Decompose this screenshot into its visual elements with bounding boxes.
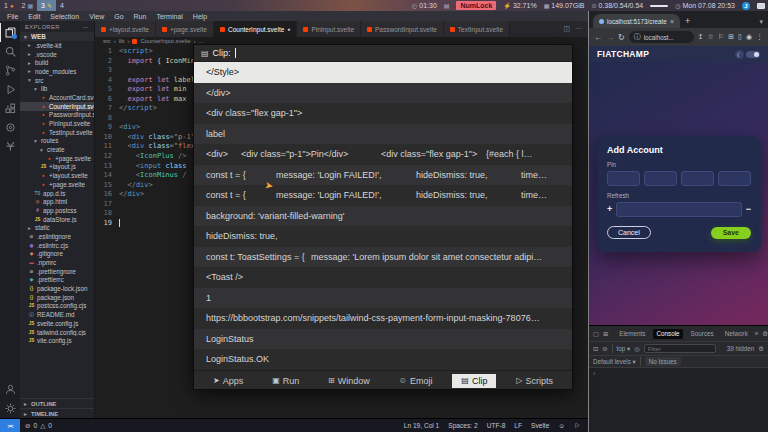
clear-console-icon[interactable]: ⊘ bbox=[602, 345, 607, 352]
site-info-icon[interactable]: ⓘ bbox=[634, 32, 641, 42]
workspace-3[interactable]: 3✎ bbox=[37, 0, 56, 11]
tree-item-TestInput.svelte[interactable]: ●TestInput.svelte bbox=[20, 128, 94, 137]
tree-item-README.md[interactable]: ⓘREADME.md bbox=[20, 310, 94, 319]
mode-window[interactable]: ⊞Window bbox=[319, 374, 379, 388]
panel-timeline[interactable]: ▸TIMELINE bbox=[20, 408, 95, 418]
breadcrumb-item[interactable]: src bbox=[103, 38, 111, 44]
tab-search-chevron-icon[interactable]: ▾ bbox=[759, 18, 768, 28]
indentation[interactable]: Spaces: 2 bbox=[448, 422, 477, 429]
device-toolbar-icon[interactable]: ⊞ bbox=[603, 330, 608, 337]
more-actions-icon[interactable]: ⋯ bbox=[83, 24, 89, 30]
tree-item-node_modules[interactable]: ▸node_modules bbox=[20, 67, 94, 76]
console-settings-gear-icon[interactable]: ⚙ bbox=[758, 345, 764, 352]
tree-item-dataStore.js[interactable]: JSdataStore.js bbox=[20, 215, 94, 224]
menu-selection[interactable]: Selection bbox=[45, 13, 84, 20]
address-bar[interactable]: ⓘ localhost... bbox=[629, 31, 694, 43]
browser-tab[interactable]: localhost:5173/create × bbox=[593, 14, 680, 28]
devtools-tab-sources[interactable]: Sources bbox=[688, 329, 717, 339]
console-output[interactable]: › bbox=[589, 367, 768, 432]
pin-input-box-1[interactable] bbox=[607, 171, 640, 186]
devtools-tab-network[interactable]: Network bbox=[722, 329, 751, 339]
more-actions-icon[interactable]: ⋯ bbox=[575, 25, 582, 33]
split-editor-icon[interactable]: ◫ bbox=[563, 25, 570, 33]
search-icon[interactable] bbox=[0, 42, 20, 61]
pin-input-box-3[interactable] bbox=[681, 171, 714, 186]
menu-view[interactable]: View bbox=[84, 13, 109, 20]
clip-item[interactable]: LoginStatus.OK bbox=[194, 349, 572, 370]
reload-icon[interactable]: ↻ bbox=[618, 33, 625, 42]
menu-file[interactable]: File bbox=[2, 13, 23, 20]
log-levels-dropdown[interactable]: Default levels ▾ bbox=[593, 358, 636, 365]
share-icon[interactable]: ↥ bbox=[698, 33, 704, 41]
workspace-4[interactable]: 4 bbox=[56, 0, 68, 11]
menu-run[interactable]: Run bbox=[129, 13, 152, 20]
tree-item-.prettierrc[interactable]: ◈.prettierrc bbox=[20, 276, 94, 285]
pin-input-box-4[interactable] bbox=[718, 171, 751, 186]
tree-item-postcss.config.cjs[interactable]: JSpostcss.config.cjs bbox=[20, 302, 94, 311]
tab-+page.svelte[interactable]: +page.svelte bbox=[156, 21, 214, 37]
tree-item-create[interactable]: ▾create bbox=[20, 145, 94, 154]
tree-item-CounterInput.svelte[interactable]: ●CounterInput.svelte bbox=[20, 102, 94, 111]
tree-item-+page.svelte[interactable]: ●+page.svelte bbox=[20, 180, 94, 189]
new-tab-button[interactable]: + bbox=[685, 16, 690, 28]
feedback-icon[interactable]: ☺ bbox=[558, 422, 565, 429]
tab-+layout.svelte[interactable]: +layout.svelte bbox=[95, 21, 156, 37]
tree-item-.vscode[interactable]: ▸.vscode bbox=[20, 50, 94, 59]
menu-help[interactable]: Help bbox=[188, 13, 212, 20]
menu-terminal[interactable]: Terminal bbox=[151, 13, 187, 20]
tab-CounterInput.svelte[interactable]: CounterInput.svelte● bbox=[214, 21, 297, 37]
mode-run[interactable]: ▣Run bbox=[263, 374, 308, 388]
notifications-bell-icon[interactable]: ⚐ bbox=[574, 422, 580, 430]
more-tabs-icon[interactable]: » bbox=[755, 330, 759, 337]
language-mode[interactable]: Svelte bbox=[531, 422, 549, 429]
tree-item-routes[interactable]: ▾routes bbox=[20, 137, 94, 146]
devtools-tab-elements[interactable]: Elements bbox=[616, 329, 648, 339]
notifications-icon[interactable]: ⚐ bbox=[718, 33, 724, 41]
joplin-tray-icon[interactable]: J bbox=[742, 2, 750, 10]
profile-avatar[interactable]: ◉ bbox=[746, 33, 752, 41]
tree-item-src[interactable]: ▾src bbox=[20, 76, 94, 85]
issues-counter[interactable]: No Issues bbox=[645, 357, 681, 366]
clip-item[interactable]: <Toast /> bbox=[194, 267, 572, 288]
settings-gear-icon[interactable] bbox=[0, 399, 20, 418]
tab-PinInput.svelte[interactable]: PinInput.svelte bbox=[297, 21, 361, 37]
workspace-1[interactable]: 1● bbox=[0, 0, 18, 11]
tree-item-app.html[interactable]: ◇app.html bbox=[20, 197, 94, 206]
clip-item[interactable]: <div class="flex gap-1"> bbox=[194, 103, 572, 124]
testing-icon[interactable] bbox=[0, 118, 20, 137]
tree-item-static[interactable]: ▸static bbox=[20, 223, 94, 232]
clip-item[interactable]: LoginStatus bbox=[194, 329, 572, 350]
browser-menu-icon[interactable]: ⋮ bbox=[756, 33, 763, 41]
back-icon[interactable]: ← bbox=[594, 33, 602, 42]
decrement-button[interactable]: − bbox=[746, 205, 751, 214]
tree-item-tailwind.config.cjs[interactable]: JStailwind.config.cjs bbox=[20, 328, 94, 337]
tree-item-app.postcss[interactable]: #app.postcss bbox=[20, 206, 94, 215]
tree-item-.eslintignore[interactable]: ⊘.eslintignore bbox=[20, 232, 94, 241]
tree-item-.npmrc[interactable]: ▬.npmrc bbox=[20, 258, 94, 267]
tree-item-vite.config.js[interactable]: JSvite.config.js bbox=[20, 336, 94, 345]
extensions-icon[interactable] bbox=[0, 99, 20, 118]
devtools-tab-console[interactable]: Console bbox=[653, 329, 682, 339]
cursor-position[interactable]: Ln 19, Col 1 bbox=[404, 422, 440, 429]
tab-TextInput.svelte[interactable]: TextInput.svelte bbox=[444, 21, 510, 37]
eye-icon[interactable]: ◎ bbox=[634, 345, 640, 352]
cancel-button[interactable]: Cancel bbox=[607, 226, 651, 239]
increment-button[interactable]: + bbox=[607, 205, 612, 214]
mode-scripts[interactable]: ▷Scripts bbox=[507, 374, 562, 388]
source-control-icon[interactable] bbox=[0, 61, 20, 80]
tree-item-+layout.svelte[interactable]: ●+layout.svelte bbox=[20, 171, 94, 180]
refresh-input[interactable] bbox=[616, 202, 741, 217]
tree-item-.svelte-kit[interactable]: ▸.svelte-kit bbox=[20, 41, 94, 50]
pin-input-box-2[interactable] bbox=[644, 171, 677, 186]
extension-tool-icon[interactable] bbox=[0, 137, 20, 156]
menu-go[interactable]: Go bbox=[109, 13, 128, 20]
run-debug-icon[interactable] bbox=[0, 80, 20, 99]
inspect-element-icon[interactable]: ▢ bbox=[593, 330, 599, 337]
remote-indicator[interactable]: >< bbox=[0, 419, 20, 432]
theme-toggle[interactable]: ☾ bbox=[735, 50, 760, 59]
tree-item-AccountCard.svelte[interactable]: ●AccountCard.svelte bbox=[20, 93, 94, 102]
clip-item[interactable]: </div> bbox=[194, 83, 572, 104]
mode-clip[interactable]: ▤Clip bbox=[452, 374, 496, 388]
tree-item-PasswordInput.sv..[interactable]: ●PasswordInput.sv.. bbox=[20, 111, 94, 120]
launcher-prompt[interactable]: ▤ Clip: bbox=[194, 45, 572, 62]
